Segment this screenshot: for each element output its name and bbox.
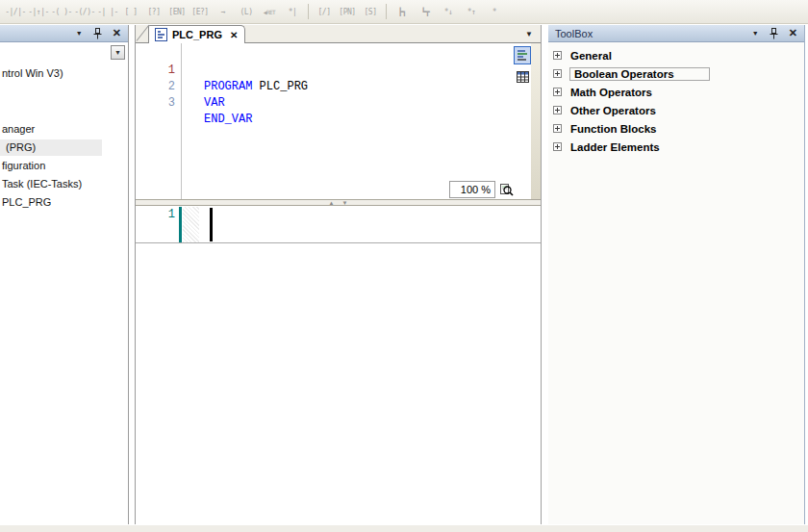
- toolbox-category-label: Function Blocks: [570, 123, 656, 135]
- zoom-magnifier-button[interactable]: [496, 181, 517, 198]
- tab-label: PLC_PRG: [172, 29, 222, 40]
- document-tabstrip: PLC_PRG ✕ ▼: [136, 25, 541, 43]
- tree-item-task-configuration[interactable]: figuration: [2, 158, 45, 173]
- toolbox-category-label: General: [570, 50, 612, 62]
- box-with-en-eno-icon[interactable]: [E?]: [189, 3, 212, 21]
- ladder-network-row[interactable]: 1: [136, 206, 541, 243]
- ladder-toolbar: -|/|- -|↑|- -( )- -(/)- -| |- [ ] [?] [E…: [0, 0, 808, 24]
- insert-branch-below-icon[interactable]: ┗┳: [414, 3, 437, 21]
- zoom-level-field[interactable]: 100 %: [449, 181, 495, 198]
- contact-negated-icon[interactable]: -|/|-: [4, 3, 27, 21]
- insert-element-icon[interactable]: *: [483, 3, 506, 21]
- toolbox-category-label: Other Operators: [570, 105, 656, 116]
- toolbox-category-other-operators[interactable]: Other Operators: [548, 101, 804, 119]
- jump-icon[interactable]: →: [212, 3, 235, 21]
- toolbox-category-general[interactable]: General: [548, 46, 804, 64]
- tree-item-device[interactable]: ntrol Win V3): [2, 65, 63, 81]
- device-filter-dropdown-button[interactable]: ▼: [111, 45, 125, 60]
- network-number: 1: [136, 208, 175, 221]
- expand-icon[interactable]: [553, 124, 562, 133]
- label-icon[interactable]: (L): [235, 3, 258, 21]
- toolbox-header: ToolBox ▼ ✕: [548, 25, 804, 42]
- tab-overflow-icon[interactable]: ▼: [525, 30, 533, 38]
- tree-item-plc-prg-pou[interactable]: (PRG): [6, 139, 36, 155]
- toolbox-category-label: Boolean Operators: [569, 67, 710, 81]
- pin-icon[interactable]: [770, 28, 778, 39]
- tab-close-icon[interactable]: ✕: [230, 30, 238, 40]
- insert-network-above-icon[interactable]: *↑: [460, 3, 483, 21]
- close-icon[interactable]: ✕: [113, 28, 121, 38]
- toolbox-category-function-blocks[interactable]: Function Blocks: [548, 119, 804, 138]
- expand-icon[interactable]: [553, 106, 562, 114]
- edge-detection-icon[interactable]: [PN]: [336, 3, 359, 21]
- toolbox-body: General Boolean Operators Math Operators…: [548, 42, 804, 156]
- coil-negated-icon[interactable]: -(/)-: [73, 3, 96, 21]
- tree-item-main-task[interactable]: Task (IEC-Tasks): [2, 176, 82, 191]
- expand-icon[interactable]: [553, 51, 562, 60]
- set-reset-icon[interactable]: [S]: [359, 3, 382, 21]
- insert-network-below-icon[interactable]: *↓: [437, 3, 460, 21]
- box-with-en-icon[interactable]: [EN]: [165, 3, 189, 21]
- declaration-editor[interactable]: 1 PROGRAM PLC_PRG 2 VAR 3 END_VAR: [136, 43, 541, 199]
- window-position-icon[interactable]: ▼: [752, 30, 759, 37]
- editor-area: PLC_PRG ✕ ▼ 1 PROGRAM PLC_PRG 2 VAR 3 EN…: [135, 25, 542, 524]
- editor-margin-strip: [531, 43, 541, 199]
- window-position-icon[interactable]: ▼: [76, 30, 83, 37]
- toolbox-panel: ToolBox ▼ ✕ General Boolean Operators Ma…: [548, 25, 805, 524]
- toolbox-title: ToolBox: [548, 28, 593, 39]
- ladder-editor[interactable]: 1: [136, 206, 541, 524]
- ladder-cursor: [210, 208, 213, 241]
- expand-icon[interactable]: [553, 142, 562, 151]
- contact-parallel-icon[interactable]: -| |-: [96, 3, 119, 21]
- devices-panel: ▼ ✕ ▼ ntrol Win V3) anager (PRG) figurat…: [0, 25, 129, 524]
- close-icon[interactable]: ✕: [789, 28, 797, 38]
- toolbox-category-label: Math Operators: [570, 87, 652, 98]
- expand-icon[interactable]: [553, 88, 562, 96]
- tab-plc-prg[interactable]: PLC_PRG ✕: [148, 25, 245, 43]
- tree-item-task-plc-prg[interactable]: PLC_PRG: [2, 194, 51, 210]
- ladder-power-rail: [179, 207, 182, 242]
- expand-icon[interactable]: [553, 69, 562, 78]
- pou-ladder-icon: [155, 28, 167, 41]
- coil-icon[interactable]: -( )-: [50, 3, 73, 21]
- insert-branch-icon[interactable]: ┣┓: [391, 3, 414, 21]
- contact-edge-icon[interactable]: -|↑|-: [27, 3, 50, 21]
- ladder-insert-area[interactable]: [183, 207, 199, 242]
- codesys-window: -|/|- -|↑|- -( )- -(/)- -| |- [ ] [?] [E…: [0, 0, 808, 532]
- negate-icon[interactable]: [/]: [313, 3, 336, 21]
- toolbox-category-boolean-operators[interactable]: Boolean Operators: [548, 64, 804, 83]
- toolbox-category-label: Ladder Elements: [570, 141, 660, 153]
- assignment-icon[interactable]: *|: [281, 3, 304, 21]
- code-line[interactable]: 2 VAR: [136, 63, 541, 79]
- code-line[interactable]: 3 END_VAR: [136, 79, 541, 95]
- tabular-declaration-view-button[interactable]: [514, 67, 531, 86]
- toolbar-separator: [386, 4, 387, 19]
- keyword-token: VAR: [204, 96, 225, 110]
- editor-splitter[interactable]: ▲ ▼: [136, 199, 541, 206]
- empty-box-icon[interactable]: [ ]: [119, 3, 142, 21]
- toolbox-category-math-operators[interactable]: Math Operators: [548, 83, 804, 101]
- devices-panel-header: ▼ ✕: [0, 25, 128, 42]
- toolbox-category-ladder-elements[interactable]: Ladder Elements: [548, 138, 804, 156]
- toolbar-separator: [308, 4, 309, 19]
- line-number: 3: [136, 95, 175, 112]
- code-line[interactable]: 1 PROGRAM PLC_PRG: [136, 46, 541, 63]
- textual-declaration-view-button[interactable]: [514, 46, 531, 64]
- tree-item-manager[interactable]: anager: [2, 121, 35, 137]
- window-bottom-edge: [0, 525, 808, 532]
- box-with-operator-icon[interactable]: [?]: [142, 3, 165, 21]
- keyword-token: END_VAR: [204, 113, 252, 126]
- pin-icon[interactable]: [93, 28, 102, 39]
- return-icon[interactable]: ◀RET: [258, 3, 281, 21]
